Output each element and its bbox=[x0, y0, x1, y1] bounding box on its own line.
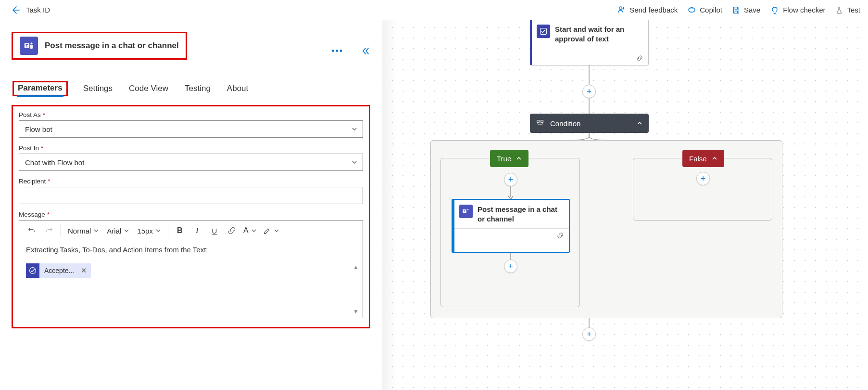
tab-codeview[interactable]: Code View bbox=[128, 81, 169, 96]
feedback-icon bbox=[617, 5, 626, 14]
false-label[interactable]: False bbox=[682, 150, 724, 167]
svg-text:T: T bbox=[464, 210, 465, 213]
add-step-button[interactable]: + bbox=[696, 172, 710, 185]
flow-canvas[interactable]: Start and wait for an approval of text +… bbox=[382, 20, 868, 390]
action-config-panel: T Post message in a chat or channel ••• … bbox=[0, 20, 382, 390]
undo-button[interactable] bbox=[23, 222, 40, 239]
rte-body[interactable]: ▲ Extracting Tasks, To-Dos, and Action I… bbox=[19, 241, 363, 318]
tab-about[interactable]: About bbox=[226, 81, 249, 96]
save-icon bbox=[732, 6, 741, 14]
copilot-icon bbox=[687, 5, 696, 14]
collapse-panel-icon[interactable] bbox=[361, 46, 370, 56]
postas-select[interactable]: Flow bot bbox=[19, 120, 363, 138]
postin-value: Chat with Flow bot bbox=[25, 158, 84, 167]
top-toolbar: Task ID Send feedback Copilot Save Flow … bbox=[0, 0, 868, 20]
true-label[interactable]: True bbox=[490, 150, 528, 167]
chevron-down-icon bbox=[351, 126, 358, 132]
flow-checker-button[interactable]: Flow checker bbox=[770, 5, 825, 15]
recipient-label: Recipient* bbox=[19, 178, 363, 185]
svg-rect-10 bbox=[541, 120, 543, 123]
copilot-button[interactable]: Copilot bbox=[687, 5, 722, 14]
italic-button[interactable]: I bbox=[189, 222, 206, 239]
message-editor[interactable]: Normal Arial 15px B I U bbox=[19, 220, 363, 318]
save-label: Save bbox=[744, 6, 760, 14]
tab-testing[interactable]: Testing bbox=[184, 81, 212, 96]
breadcrumb: Task ID bbox=[26, 6, 617, 14]
svg-rect-9 bbox=[537, 120, 540, 123]
message-text: Extracting Tasks, To-Dos, and Action Ite… bbox=[26, 246, 356, 254]
rte-toolbar: Normal Arial 15px B I U bbox=[19, 221, 363, 241]
message-label: Message* bbox=[19, 211, 363, 218]
token-label: Accepte... bbox=[44, 267, 74, 274]
teams-icon: T bbox=[20, 37, 38, 55]
postin-select[interactable]: Chat with Flow bot bbox=[19, 154, 363, 171]
condition-label: Condition bbox=[550, 119, 630, 128]
approval-title: Start and wait for an approval of text bbox=[555, 25, 642, 43]
chevron-up-icon[interactable] bbox=[636, 120, 643, 127]
back-arrow-icon[interactable] bbox=[11, 5, 20, 15]
underline-button[interactable]: U bbox=[206, 222, 223, 239]
feedback-label: Send feedback bbox=[629, 6, 678, 14]
flask-icon bbox=[835, 6, 843, 14]
condition-node[interactable]: Condition bbox=[530, 114, 649, 133]
chevron-up-icon bbox=[516, 156, 522, 161]
bold-button[interactable]: B bbox=[171, 222, 189, 239]
svg-point-4 bbox=[30, 42, 32, 44]
dynamic-token[interactable]: Accepte... ✕ bbox=[26, 263, 91, 278]
scroll-down-icon[interactable]: ▼ bbox=[353, 308, 359, 315]
postas-value: Flow bot bbox=[25, 125, 52, 133]
tabs-row: Parameters Settings Code View Testing Ab… bbox=[12, 81, 370, 96]
test-label: Test bbox=[847, 6, 860, 14]
toolbar-actions: Send feedback Copilot Save Flow checker … bbox=[617, 5, 860, 15]
send-feedback-button[interactable]: Send feedback bbox=[617, 5, 678, 14]
action-title: Post message in a chat or channel bbox=[45, 41, 179, 51]
flowchecker-icon bbox=[770, 5, 780, 15]
parameters-section: Post As* Flow bot Post In* Chat with Flo… bbox=[12, 105, 370, 328]
link-button[interactable] bbox=[223, 222, 240, 239]
chevron-up-icon bbox=[712, 156, 717, 161]
font-color-dropdown[interactable]: A bbox=[240, 226, 260, 235]
save-button[interactable]: Save bbox=[732, 6, 760, 14]
approval-node[interactable]: Start and wait for an approval of text bbox=[530, 20, 649, 65]
tab-settings[interactable]: Settings bbox=[82, 81, 113, 96]
copilot-label: Copilot bbox=[700, 6, 722, 14]
recipient-input[interactable] bbox=[19, 187, 363, 204]
font-dropdown[interactable]: Arial bbox=[103, 227, 133, 235]
post-message-node[interactable]: T Post message in a chat or channel bbox=[452, 199, 570, 253]
add-step-button[interactable]: + bbox=[504, 260, 517, 273]
svg-point-0 bbox=[619, 7, 622, 10]
condition-icon bbox=[536, 119, 544, 128]
token-icon bbox=[26, 263, 39, 278]
link-icon bbox=[636, 54, 643, 62]
more-options-button[interactable]: ••• bbox=[331, 46, 343, 56]
style-dropdown[interactable]: Normal bbox=[64, 227, 103, 235]
scroll-up-icon[interactable]: ▲ bbox=[353, 264, 359, 271]
condition-container: True + T bbox=[430, 140, 782, 318]
action-header[interactable]: T Post message in a chat or channel bbox=[12, 32, 187, 60]
svg-point-1 bbox=[689, 8, 695, 13]
approval-icon bbox=[537, 25, 550, 38]
false-branch: False + bbox=[633, 158, 772, 221]
postin-label: Post In* bbox=[19, 144, 363, 152]
post-card-title: Post message in a chat or channel bbox=[478, 205, 564, 223]
svg-text:T: T bbox=[25, 44, 28, 48]
flowchecker-label: Flow checker bbox=[783, 6, 825, 14]
chevron-down-icon bbox=[351, 159, 358, 166]
teams-icon: T bbox=[459, 205, 473, 218]
true-branch: True + T bbox=[440, 158, 580, 307]
add-step-button[interactable]: + bbox=[582, 327, 596, 341]
test-button[interactable]: Test bbox=[835, 6, 860, 14]
size-dropdown[interactable]: 15px bbox=[133, 227, 165, 235]
add-step-button[interactable]: + bbox=[582, 85, 596, 98]
postas-label: Post As* bbox=[19, 111, 363, 118]
redo-button[interactable] bbox=[40, 222, 58, 239]
token-remove-icon[interactable]: ✕ bbox=[79, 266, 87, 275]
tab-parameters[interactable]: Parameters bbox=[17, 80, 63, 97]
link-icon bbox=[454, 229, 569, 242]
svg-point-14 bbox=[467, 209, 469, 210]
add-step-button[interactable]: + bbox=[504, 173, 517, 186]
highlight-dropdown[interactable] bbox=[260, 226, 282, 235]
